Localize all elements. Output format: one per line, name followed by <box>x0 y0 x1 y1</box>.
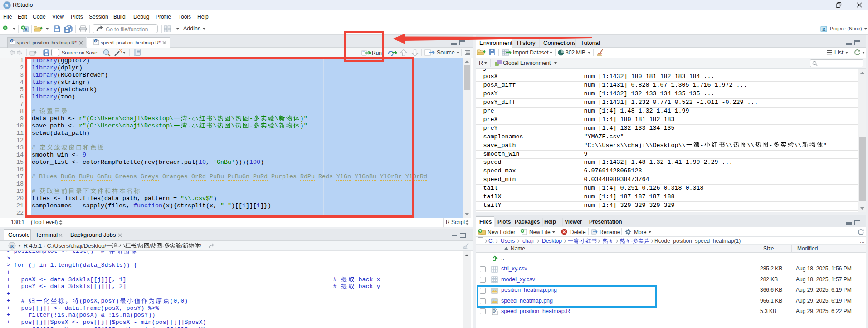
svg-text:R: R <box>493 309 495 313</box>
svg-text:R: R <box>5 3 10 8</box>
svg-text:R: R <box>10 243 15 249</box>
svg-text:R: R <box>95 39 97 43</box>
svg-text:R: R <box>11 39 13 43</box>
svg-text:R: R <box>822 27 826 32</box>
